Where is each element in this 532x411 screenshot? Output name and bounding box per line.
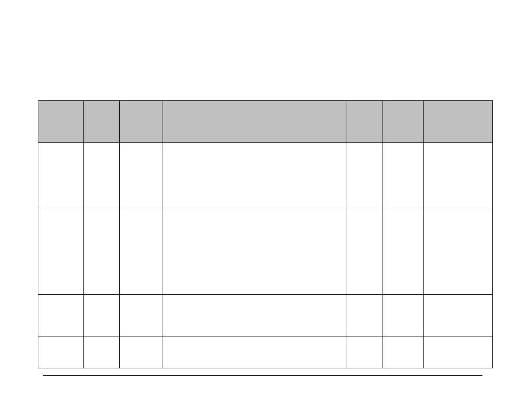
cell: [162, 207, 346, 295]
cell: [84, 143, 120, 207]
col-header-5: [346, 101, 383, 143]
cell: [424, 207, 493, 295]
col-header-4: [162, 101, 346, 143]
cell: [120, 336, 162, 368]
cell: [383, 207, 424, 295]
cell: [424, 143, 493, 207]
cell: [38, 143, 84, 207]
col-header-1: [38, 101, 84, 143]
cell: [383, 295, 424, 336]
cell: [346, 295, 383, 336]
col-header-7: [424, 101, 493, 143]
table-row: [38, 143, 493, 207]
data-table: [38, 100, 493, 368]
cell: [120, 207, 162, 295]
page: { "table": { "headers": ["", "", "", "",…: [0, 0, 532, 411]
col-header-6: [383, 101, 424, 143]
cell: [120, 143, 162, 207]
cell: [84, 295, 120, 336]
cell: [84, 336, 120, 368]
cell: [38, 295, 84, 336]
cell: [346, 207, 383, 295]
cell: [38, 207, 84, 295]
cell: [84, 207, 120, 295]
cell: [383, 336, 424, 368]
horizontal-rule: [43, 375, 482, 376]
col-header-3: [120, 101, 162, 143]
table-row: [38, 207, 493, 295]
col-header-2: [84, 101, 120, 143]
cell: [383, 143, 424, 207]
table-row: [38, 295, 493, 336]
cell: [424, 295, 493, 336]
cell: [162, 295, 346, 336]
cell: [162, 143, 346, 207]
table-header-row: [38, 101, 493, 143]
cell: [120, 295, 162, 336]
cell: [162, 336, 346, 368]
cell: [424, 336, 493, 368]
cell: [346, 336, 383, 368]
cell: [346, 143, 383, 207]
cell: [38, 336, 84, 368]
table-row: [38, 336, 493, 368]
